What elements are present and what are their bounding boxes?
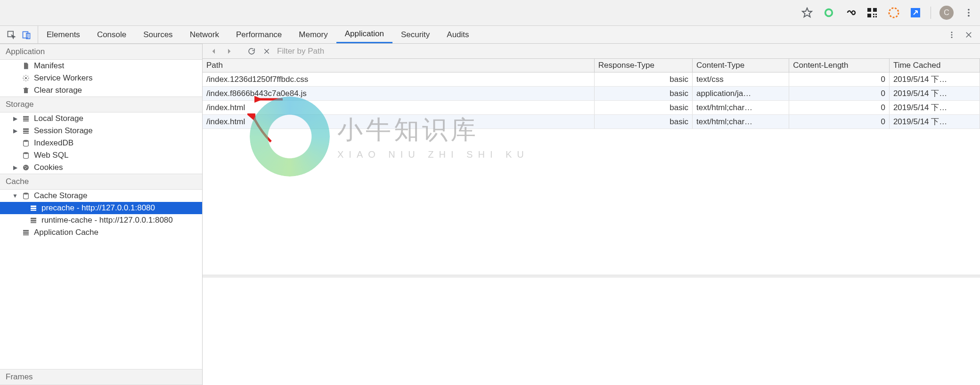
tab-performance[interactable]: Performance xyxy=(228,26,290,43)
tab-sources[interactable]: Sources xyxy=(135,26,181,43)
tab-network[interactable]: Network xyxy=(181,26,228,43)
col-header-content-length[interactable]: Content-Length xyxy=(789,59,890,72)
svg-point-29 xyxy=(23,165,29,170)
profile-avatar[interactable]: C xyxy=(939,6,954,20)
col-header-content-type[interactable]: Content-Type xyxy=(693,59,789,72)
svg-rect-25 xyxy=(23,130,29,132)
filter-input[interactable] xyxy=(277,45,475,58)
watermark-pinyin: XIAO NIU ZHI SHI KU xyxy=(337,149,529,160)
sidebar-item-label: Web SQL xyxy=(34,151,68,160)
qrcode-ext-icon[interactable] xyxy=(866,6,879,19)
cookie-icon xyxy=(22,163,30,172)
col-header-response-type[interactable]: Response-Type xyxy=(594,59,692,72)
cell-time-cached: 2019/5/14 下… xyxy=(889,72,980,87)
svg-point-9 xyxy=(889,8,898,17)
table-row[interactable]: /index.html basic text/html;char… 0 2019… xyxy=(203,115,980,129)
preview-pane-empty xyxy=(203,277,980,385)
cache-table-wrap: Path Response-Type Content-Type Content-… xyxy=(203,59,980,275)
svg-point-20 xyxy=(25,77,27,79)
svg-marker-0 xyxy=(802,8,812,17)
database-icon xyxy=(22,139,30,147)
sidebar-item-service-workers[interactable]: Service Workers xyxy=(0,72,202,84)
table-row[interactable]: /index.f8666b443c7a0e84.js basic applica… xyxy=(203,87,980,101)
cell-content-length: 0 xyxy=(789,115,890,129)
cell-response-type: basic xyxy=(594,87,692,101)
prev-icon[interactable] xyxy=(209,47,219,56)
cache-table: Path Response-Type Content-Type Content-… xyxy=(203,59,980,129)
sidebar-item-cookies[interactable]: ▶ Cookies xyxy=(0,161,202,174)
sidebar-group-frames: Frames xyxy=(0,369,202,385)
kebab-menu-icon[interactable] xyxy=(962,6,975,19)
grid-icon xyxy=(29,216,38,225)
inspect-element-icon[interactable] xyxy=(7,30,16,40)
svg-point-1 xyxy=(825,9,833,16)
cell-path: /index.html xyxy=(203,101,594,115)
sidebar-item-websql[interactable]: Web SQL xyxy=(0,149,202,161)
sidebar-item-precache[interactable]: precache - http://127.0.0.1:8080 xyxy=(0,202,202,214)
svg-point-11 xyxy=(968,9,970,11)
sidebar-item-runtime-cache[interactable]: runtime-cache - http://127.0.0.1:8080 xyxy=(0,214,202,226)
table-row[interactable]: /index.1236d1250f7ffbdc.css basic text/c… xyxy=(203,72,980,87)
col-header-path[interactable]: Path xyxy=(203,59,594,72)
expand-icon[interactable]: ▶ xyxy=(12,128,18,134)
svg-rect-40 xyxy=(23,230,29,232)
orange-ext-icon[interactable] xyxy=(887,6,900,19)
delete-icon[interactable] xyxy=(262,47,271,56)
infinity-ext-icon[interactable] xyxy=(844,6,857,19)
sidebar-item-cache-storage[interactable]: ▼ Cache Storage xyxy=(0,190,202,202)
sidebar-item-label: Clear storage xyxy=(34,86,82,95)
cell-content-length: 0 xyxy=(789,72,890,87)
expand-icon[interactable]: ▶ xyxy=(12,115,18,122)
cell-response-type: basic xyxy=(594,101,692,115)
expand-icon[interactable]: ▶ xyxy=(12,164,18,171)
svg-point-12 xyxy=(968,12,970,14)
collapse-icon[interactable]: ▼ xyxy=(12,192,18,199)
star-icon[interactable] xyxy=(800,6,814,19)
svg-point-30 xyxy=(24,166,25,167)
cell-path: /index.f8666b443c7a0e84.js xyxy=(203,87,594,101)
sidebar-item-label: Local Storage xyxy=(34,114,83,123)
svg-point-31 xyxy=(26,167,27,168)
tab-audits[interactable]: Audits xyxy=(438,26,477,43)
cell-time-cached: 2019/5/14 下… xyxy=(889,101,980,115)
tab-elements[interactable]: Elements xyxy=(38,26,89,43)
svg-point-13 xyxy=(968,15,970,17)
sidebar-item-label: Cookies xyxy=(34,163,63,172)
sidebar-item-session-storage[interactable]: ▶ Session Storage xyxy=(0,125,202,137)
sidebar-item-local-storage[interactable]: ▶ Local Storage xyxy=(0,112,202,125)
blue-ext-icon[interactable] xyxy=(909,6,922,19)
cell-time-cached: 2019/5/14 下… xyxy=(889,115,980,129)
svg-rect-38 xyxy=(31,220,36,221)
col-header-time-cached[interactable]: Time Cached xyxy=(889,59,980,72)
svg-rect-42 xyxy=(23,234,29,235)
sidebar-item-application-cache[interactable]: Application Cache xyxy=(0,226,202,239)
svg-point-33 xyxy=(24,192,29,194)
next-icon[interactable] xyxy=(224,47,234,56)
sidebar-item-manifest[interactable]: Manifest xyxy=(0,60,202,72)
svg-rect-5 xyxy=(873,14,874,15)
database-icon xyxy=(22,192,30,200)
toolbar-divider xyxy=(931,7,931,19)
sidebar-item-clear-storage[interactable]: Clear storage xyxy=(0,84,202,96)
trash-icon xyxy=(22,86,30,95)
cell-response-type: basic xyxy=(594,115,692,129)
sidebar-item-indexeddb[interactable]: IndexedDB xyxy=(0,137,202,149)
sidebar-item-label: Service Workers xyxy=(34,73,92,83)
cache-storage-pane: Path Response-Type Content-Type Content-… xyxy=(203,44,980,385)
tab-memory[interactable]: Memory xyxy=(290,26,336,43)
device-toolbar-icon[interactable] xyxy=(22,30,31,40)
svg-point-32 xyxy=(25,168,26,169)
svg-rect-6 xyxy=(875,14,877,15)
devtools-kebab-icon[interactable] xyxy=(947,30,956,40)
svg-rect-3 xyxy=(873,8,877,12)
circle-ext-icon[interactable] xyxy=(822,6,835,19)
tab-console[interactable]: Console xyxy=(89,26,135,43)
refresh-icon[interactable] xyxy=(247,47,256,56)
table-row[interactable]: /index.html basic text/html;char… 0 2019… xyxy=(203,101,980,115)
sidebar-item-label: Manifest xyxy=(34,61,64,71)
sidebar-item-label: IndexedDB xyxy=(34,138,74,148)
devtools-close-icon[interactable] xyxy=(964,30,973,40)
tab-application[interactable]: Application xyxy=(336,26,392,43)
tab-security[interactable]: Security xyxy=(392,26,438,43)
sidebar-group-storage: Storage xyxy=(0,96,202,112)
